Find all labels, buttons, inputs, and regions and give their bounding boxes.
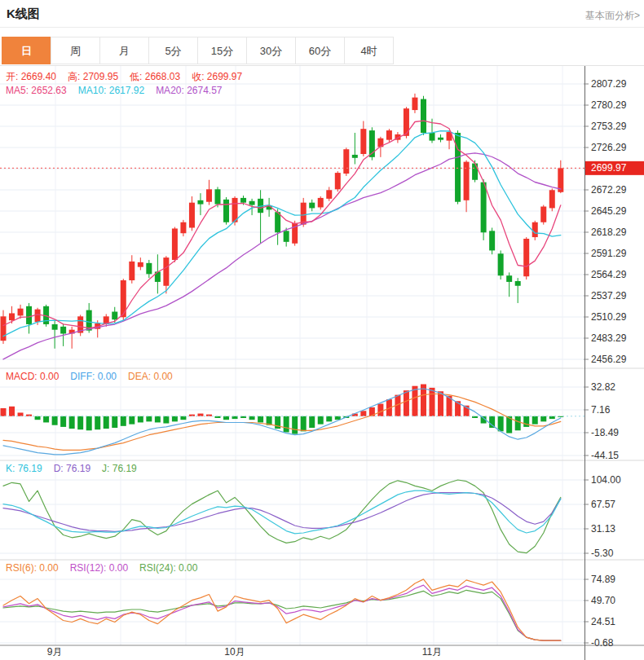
y-axis-label: 2618.29	[591, 227, 627, 238]
legend-ma5: MA5: 2652.63	[6, 85, 67, 96]
legend-open: 开: 2669.40	[6, 71, 56, 82]
legend-d: D: 76.19	[54, 463, 90, 474]
y-axis-label: 2564.29	[591, 269, 627, 280]
fundamental-analysis-link[interactable]: 基本面分析>	[585, 9, 640, 23]
y-axis-label: 104.00	[591, 474, 621, 486]
y-axis-label: 2510.29	[591, 311, 627, 323]
macd-legend: MACD: 0.00DIFF: 0.00DEA: 0.00	[6, 371, 184, 382]
ohlc-legend: 开: 2669.40高: 2709.95低: 2668.03收: 2699.97	[6, 70, 254, 84]
rsi-layer	[3, 579, 561, 640]
tab-15min[interactable]: 15分	[197, 37, 247, 64]
legend-k: K: 76.19	[6, 463, 42, 474]
macd-layer	[0, 385, 584, 455]
tab-month[interactable]: 月	[99, 37, 149, 64]
y-axis-label: 67.57	[591, 499, 615, 510]
y-axis-label: -0.68	[591, 637, 614, 649]
y-axis-label: -18.49	[591, 427, 619, 438]
kdj-layer	[3, 480, 561, 553]
ma-legend: MA5: 2652.63MA10: 2617.92MA20: 2674.57	[6, 85, 234, 96]
y-axis-label: 2726.29	[591, 142, 627, 153]
legend-rsi6: RSI(6): 0.00	[6, 562, 59, 574]
kdj-legend: K: 76.19D: 76.19J: 76.19	[6, 463, 148, 474]
candles-layer	[1, 94, 564, 349]
legend-diff: DIFF: 0.00	[70, 371, 117, 382]
legend-macd: MACD: 0.00	[6, 371, 59, 382]
tab-4hour[interactable]: 4时	[344, 37, 394, 64]
y-axis-label: 2591.29	[591, 248, 627, 259]
tab-5min[interactable]: 5分	[148, 37, 198, 64]
grid-layer	[0, 66, 584, 645]
legend-ma20: MA20: 2674.57	[156, 85, 222, 96]
y-axis-label: 24.51	[591, 616, 615, 627]
tab-60min[interactable]: 60分	[295, 37, 345, 64]
y-axis-label: 31.13	[591, 523, 615, 535]
period-tabbar: 日周月5分15分30分60分4时	[2, 37, 394, 64]
legend-low: 低: 2668.03	[130, 71, 180, 82]
legend-close: 收: 2699.97	[192, 71, 242, 82]
x-axis-month-label: 11月	[414, 645, 450, 659]
page-title: K线图	[7, 7, 40, 22]
tab-week[interactable]: 周	[51, 37, 100, 64]
page-header: K线图 基本面分析>	[0, 0, 644, 28]
legend-ma10: MA10: 2617.92	[78, 85, 144, 96]
x-axis-month-label: 10月	[217, 645, 253, 659]
y-axis-label: 74.89	[591, 574, 615, 585]
y-axis-label: -44.15	[591, 450, 619, 461]
y-axis-label: 2645.29	[591, 205, 627, 217]
current-price-badge: 2699.97	[585, 161, 644, 175]
rsi-legend: RSI(6): 0.00RSI(12): 0.00RSI(24): 0.00	[6, 562, 209, 574]
y-axis-label: 2456.29	[591, 354, 627, 365]
legend-high: 高: 2709.95	[68, 71, 118, 82]
y-axis-label: 49.70	[591, 595, 615, 606]
legend-j: J: 76.19	[102, 463, 137, 474]
y-axis-label: 2483.29	[591, 332, 627, 344]
legend-dea: DEA: 0.00	[128, 371, 173, 382]
y-axis-label: 32.82	[591, 381, 615, 393]
legend-rsi24: RSI(24): 0.00	[139, 562, 197, 574]
y-axis-label: 2537.29	[591, 290, 627, 301]
y-axis-label: 2807.29	[591, 78, 627, 90]
y-axis-label: 2780.29	[591, 99, 627, 111]
y-axis-label: 2672.29	[591, 184, 627, 196]
tab-day[interactable]: 日	[2, 37, 51, 64]
y-axis-label: -5.30	[591, 548, 614, 559]
tab-30min[interactable]: 30分	[246, 37, 296, 64]
y-axis-label: 7.16	[591, 404, 611, 416]
legend-rsi12: RSI(12): 0.00	[70, 562, 128, 574]
x-axis-month-label: 9月	[37, 645, 73, 659]
y-axis-label: 2753.29	[591, 121, 627, 132]
svg-text:2699.97: 2699.97	[591, 162, 627, 174]
